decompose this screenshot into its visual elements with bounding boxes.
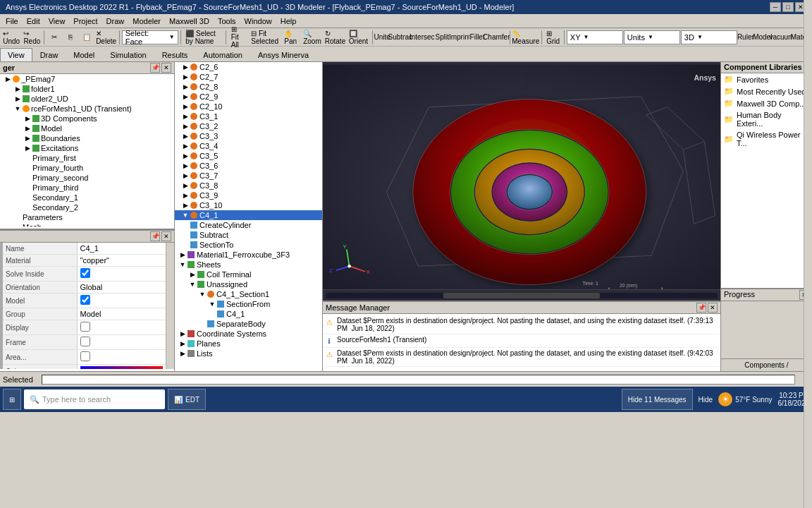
design-tree-content[interactable]: ▶ _PEmag7 ▶ folder1 ▶ older2_UD — [0, 74, 174, 226]
delete-button[interactable]: ✕ Delete — [95, 30, 117, 45]
tree-arrow[interactable]: ▶ — [180, 152, 190, 159]
intersect-button[interactable]: Intersect — [412, 30, 433, 45]
pin-button[interactable]: 📌 — [150, 63, 160, 73]
tab-ansys-minerva[interactable]: Ansys Minerva — [250, 48, 316, 61]
tab-view[interactable]: View — [0, 48, 32, 61]
copy-button[interactable]: ⎘ — [63, 30, 78, 45]
maximize-button[interactable]: □ — [782, 2, 794, 12]
tree-item-sectionto[interactable]: SectionTo — [175, 240, 322, 250]
menu-window[interactable]: Window — [240, 16, 276, 27]
tree-item-c2-10[interactable]: ▶ C2_10 — [175, 102, 322, 111]
tab-model[interactable]: Model — [66, 48, 102, 61]
taskbar-hide-label[interactable]: Hide — [699, 396, 713, 404]
tree-arrow[interactable]: ▶ — [23, 135, 32, 142]
menu-file[interactable]: File — [1, 16, 23, 27]
tree-arrow[interactable]: ▶ — [23, 145, 32, 152]
tree-item-c2-9[interactable]: ▶ C2_9 — [175, 92, 322, 102]
chamfer-button[interactable]: Chamfer — [486, 30, 507, 45]
tree-item-separatebody[interactable]: SeparateBody — [175, 319, 322, 329]
msg-pin-button[interactable]: 📌 — [696, 303, 706, 313]
tree-item-c2-7[interactable]: ▶ C2_7 — [175, 72, 322, 82]
tree-arrow[interactable]: ▶ — [180, 113, 190, 120]
tree-arrow[interactable]: ▶ — [178, 340, 187, 347]
tree-arrow[interactable]: ▼ — [180, 212, 190, 219]
comp-lib-footer[interactable]: Components / — [721, 358, 812, 371]
tree-item-subtract[interactable]: Subtract — [175, 230, 322, 240]
tree-arrow[interactable]: ▶ — [180, 133, 190, 140]
tree-arrow[interactable]: ▶ — [180, 123, 190, 130]
orient-button[interactable]: 🔲 Orient — [347, 30, 369, 45]
undo-button[interactable]: ↩ Undo — [1, 30, 21, 45]
tree-arrow[interactable]: ▶ — [180, 143, 190, 150]
tree-arrow[interactable]: ▶ — [180, 73, 190, 80]
measure-button[interactable]: 📏 Measure — [512, 30, 539, 45]
dim3d-dropdown[interactable]: 3D — [681, 30, 737, 44]
tree-item-c2-8[interactable]: ▶ C2_8 — [175, 82, 322, 92]
tree-arrow[interactable]: ▶ — [180, 162, 190, 169]
tree-item-coil-terminal[interactable]: ▶ Coil Terminal — [175, 270, 322, 279]
tree-arrow[interactable]: ▶ — [180, 64, 190, 71]
tree-arrow[interactable]: ▶ — [180, 172, 190, 179]
menu-help[interactable]: Help — [276, 16, 301, 27]
tree-item-primary-third[interactable]: Primary_third — [0, 183, 174, 193]
tab-results[interactable]: Results — [154, 48, 196, 61]
tree-arrow[interactable]: ▶ — [180, 103, 190, 110]
tree-item-c3-10[interactable]: ▶ C3_10 — [175, 200, 322, 210]
color-bar[interactable] — [80, 366, 164, 369]
menu-modeler[interactable]: Modeler — [128, 16, 165, 27]
tree-arrow[interactable]: ▶ — [178, 251, 187, 258]
tree-item-primary-second[interactable]: Primary_second — [0, 173, 174, 183]
tree-item-c3-6[interactable]: ▶ C3_6 — [175, 161, 322, 171]
tree-item-sheets[interactable]: ▼ Sheets — [175, 260, 322, 270]
menu-project[interactable]: Project — [69, 16, 102, 27]
zoom-button[interactable]: 🔍 Zoom — [301, 30, 324, 45]
menu-draw[interactable]: Draw — [102, 16, 129, 27]
tree-item-c3-7[interactable]: ▶ C3_7 — [175, 171, 322, 181]
hide-messages-button[interactable]: Hide 11 Messages — [622, 389, 693, 410]
3d-viewport[interactable]: X Y Z Time: 1 Ansys — [323, 62, 720, 301]
tree-item-sourcemesh[interactable]: ▼ rceForMesh1_UD (Transient) — [0, 104, 174, 114]
tab-automation[interactable]: Automation — [195, 48, 250, 61]
start-button[interactable]: ⊞ — [3, 389, 21, 410]
menu-maxwell3d[interactable]: Maxwell 3D — [165, 16, 214, 27]
cut-button[interactable]: ✂ — [47, 30, 62, 45]
tree-item-folder1[interactable]: ▶ folder1 — [0, 84, 174, 94]
taskbar-search[interactable]: 🔍 Type here to search — [24, 389, 165, 409]
tree-item-c3-1[interactable]: ▶ C3_1 — [175, 111, 322, 121]
tree-item-mesh[interactable]: Mesh — [0, 222, 174, 226]
tree-arrow[interactable]: ▶ — [13, 95, 23, 102]
tree-item-lists[interactable]: ▶ Lists — [175, 349, 322, 358]
tab-draw[interactable]: Draw — [32, 48, 66, 61]
split-button[interactable]: Split — [434, 30, 450, 45]
view-dropdown[interactable]: XY — [567, 30, 623, 44]
tree-arrow[interactable]: ▼ — [207, 301, 217, 308]
tree-arrow[interactable]: ▶ — [180, 83, 190, 90]
tree-item-primary-first[interactable]: Primary_first — [0, 153, 174, 163]
frame-checkbox[interactable] — [80, 337, 90, 346]
props-pin-button[interactable]: 📌 — [150, 231, 160, 241]
menu-edit[interactable]: Edit — [23, 16, 44, 27]
tree-item-c3-4[interactable]: ▶ C3_4 — [175, 141, 322, 151]
tree-item-planes[interactable]: ▶ Planes — [175, 339, 322, 349]
ruler-button[interactable]: Ruler — [738, 30, 753, 45]
select-by-name-button[interactable]: ⬛ Select by Name — [183, 30, 223, 45]
comp-item-human-body[interactable]: 📁 Human Body Exteri... — [721, 109, 812, 129]
tree-item-c4-1-sub[interactable]: C4_1 — [175, 309, 322, 319]
tree-item-c4-1[interactable]: ▼ C4_1 — [175, 210, 322, 220]
tree-item-secondary-2[interactable]: Secondary_2 — [0, 202, 174, 212]
props-close-button[interactable]: ✕ — [161, 231, 171, 241]
tree-arrow[interactable]: ▶ — [180, 192, 190, 199]
tree-item-c3-2[interactable]: ▶ C3_2 — [175, 121, 322, 131]
subtract-button[interactable]: Subtract — [390, 30, 412, 45]
tree-item-c3-5[interactable]: ▶ C3_5 — [175, 151, 322, 161]
units-dropdown[interactable]: Units — [624, 30, 680, 44]
minimize-button[interactable]: ─ — [770, 2, 781, 12]
ruler-thumb[interactable] — [443, 293, 600, 298]
area-checkbox[interactable] — [80, 351, 90, 361]
tree-arrow[interactable]: ▶ — [23, 115, 32, 122]
tree-arrow[interactable]: ▼ — [13, 105, 23, 112]
grid-button[interactable]: ⊞ Grid — [544, 30, 562, 45]
component-libraries-content[interactable]: 📁 Favorites 📁 Most Recently Used 📁 Maxwe… — [721, 73, 812, 288]
tree-arrow[interactable]: ▶ — [23, 125, 32, 132]
tree-item-c3-9[interactable]: ▶ C3_9 — [175, 190, 322, 200]
